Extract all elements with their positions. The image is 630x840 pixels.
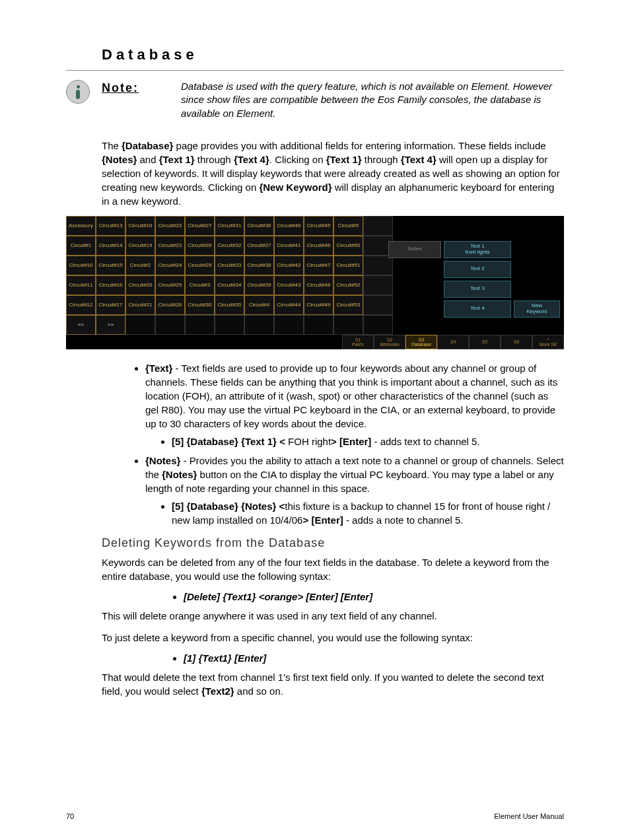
keyword-cell[interactable]: Circuit#46 — [304, 236, 333, 256]
section-title: Database — [102, 46, 564, 66]
keyword-cell[interactable]: Circuit#27 — [185, 216, 215, 236]
keyword-cell[interactable]: << — [66, 315, 96, 335]
database-screenshot: AccessoryCircuit#13Circuit#18Circuit#22C… — [66, 216, 564, 349]
keyword-cell[interactable]: Circuit#40 — [274, 216, 304, 236]
text1-button[interactable]: Text 1 front lights — [444, 241, 511, 258]
keyword-cell[interactable]: Circuit#38 — [244, 256, 274, 275]
softkey-tab[interactable]: S4 — [437, 335, 469, 349]
keyword-cell[interactable]: Circuit#37 — [244, 236, 274, 256]
softkey-tab[interactable]: S2Attributes — [374, 335, 405, 349]
empty-cell — [215, 315, 244, 335]
keyword-cell[interactable]: Circuit#10 — [66, 256, 96, 275]
text2-button[interactable]: Text 2 — [444, 261, 511, 278]
keyword-cell[interactable]: Circuit#18 — [125, 216, 155, 236]
empty-cell — [185, 315, 215, 335]
keyword-cell[interactable]: Circuit#43 — [274, 275, 304, 295]
keyword-cell[interactable]: Circuit#26 — [155, 295, 185, 315]
del-p2: This will delete orange anywhere it was … — [102, 609, 564, 623]
empty-cell — [274, 315, 304, 335]
keyword-cell[interactable]: Circuit#28 — [185, 236, 215, 256]
softkey-tab[interactable]: S3Database — [405, 335, 437, 349]
softkey-tab[interactable]: S5 — [469, 335, 501, 349]
softkey-tab[interactable]: S1Patch — [342, 335, 374, 349]
keyword-cell[interactable]: Circuit#12 — [66, 295, 96, 315]
keyword-cell[interactable]: Circuit#5 — [333, 216, 363, 236]
softkey-tab[interactable]: *More SK — [532, 335, 564, 349]
subheading-delete: Deleting Keywords from the Database — [102, 536, 564, 550]
empty-cell — [125, 315, 155, 335]
keyword-cell[interactable]: Circuit#22 — [155, 216, 185, 236]
keyword-cell[interactable]: Circuit#23 — [155, 236, 185, 256]
keyword-cell[interactable]: Circuit#17 — [96, 295, 125, 315]
syntax2: [1] {Text1} [Enter] — [184, 652, 564, 664]
note-label: Note: — [102, 80, 181, 95]
keyword-cell[interactable]: Circuit#48 — [304, 275, 333, 295]
keyword-cell[interactable]: Circuit#21 — [125, 295, 155, 315]
keyword-cell[interactable]: Circuit#41 — [274, 236, 304, 256]
keyword-cell[interactable]: Circuit#20 — [125, 275, 155, 295]
note-body: Database is used with the query feature,… — [181, 80, 564, 120]
footer-right: Element User Manual — [494, 812, 564, 820]
text3-button[interactable]: Text 3 — [444, 281, 511, 298]
syntax1: [Delete] {Text1} <orange> [Enter] [Enter… — [184, 591, 564, 602]
text1-sub: front lights — [466, 250, 490, 256]
keyword-cell[interactable]: >> — [96, 315, 125, 335]
keyword-cell[interactable]: Circuit#34 — [215, 275, 244, 295]
keyword-cell[interactable]: Circuit#50 — [333, 236, 363, 256]
keyword-cell[interactable]: Circuit#44 — [274, 295, 304, 315]
del-p4: That would delete the text from channel … — [102, 670, 564, 698]
keyword-cell[interactable]: Circuit#47 — [304, 256, 333, 275]
keyword-cell[interactable]: Circuit#24 — [155, 256, 185, 275]
keyword-cell[interactable]: Circuit#33 — [215, 256, 244, 275]
keyword-cell[interactable]: Circuit#35 — [215, 295, 244, 315]
keyword-cell[interactable]: Circuit#36 — [244, 216, 274, 236]
keyword-cell[interactable]: Circuit#39 — [244, 275, 274, 295]
keyword-cell[interactable]: Circuit#1 — [66, 236, 96, 256]
newkw-b: Keyword — [526, 309, 547, 315]
notes-button[interactable]: Notes — [388, 241, 441, 258]
keyword-cell[interactable]: Circuit#53 — [333, 295, 363, 315]
keyword-cell[interactable]: Circuit#11 — [66, 275, 96, 295]
keyword-cell[interactable]: Circuit#3 — [185, 275, 215, 295]
keyword-cell[interactable]: Circuit#52 — [333, 275, 363, 295]
del-p3: To just delete a keyword from a specific… — [102, 631, 564, 645]
keyword-cell[interactable]: Circuit#29 — [185, 256, 215, 275]
keyword-cell[interactable]: Accessory — [66, 216, 96, 236]
keyword-cell[interactable]: Circuit#30 — [185, 295, 215, 315]
info-icon — [66, 80, 90, 104]
empty-cell — [244, 315, 274, 335]
del-p1: Keywords can be deleted from any of the … — [102, 555, 564, 583]
empty-cell — [304, 315, 333, 335]
keyword-cell[interactable]: Circuit#31 — [215, 216, 244, 236]
keyword-cell[interactable]: Circuit#19 — [125, 236, 155, 256]
keyword-cell[interactable]: Circuit#25 — [155, 275, 185, 295]
bullet-text: {Text} - Text fields are used to provide… — [145, 361, 564, 448]
keyword-cell[interactable]: Circuit#45 — [304, 216, 333, 236]
bullet-notes-sub: [5] {Database} {Notes} <this fixture is … — [172, 499, 564, 527]
keyword-cell[interactable]: Circuit#2 — [125, 256, 155, 275]
keyword-cell[interactable]: Circuit#15 — [96, 256, 125, 275]
intro-paragraph: The {Database} page provides you with ad… — [102, 139, 564, 208]
new-keyword-button[interactable]: New Keyword — [514, 300, 560, 318]
empty-cell — [155, 315, 185, 335]
softkey-tab[interactable]: S6 — [501, 335, 532, 349]
keyword-cell[interactable]: Circuit#14 — [96, 236, 125, 256]
bullet-text-sub: [5] {Database} {Text 1} < FOH right> [En… — [172, 435, 564, 448]
keyword-cell[interactable]: Circuit#16 — [96, 275, 125, 295]
text4-button[interactable]: Text 4 — [444, 300, 511, 318]
page-number: 70 — [66, 812, 74, 820]
keyword-cell[interactable]: Circuit#13 — [96, 216, 125, 236]
keyword-cell[interactable]: Circuit#51 — [333, 256, 363, 275]
bullet-notes: {Notes} - Provides you the ability to at… — [145, 454, 564, 527]
keyword-cell[interactable]: Circuit#49 — [304, 295, 333, 315]
keyword-cell[interactable]: Circuit#4 — [244, 295, 274, 315]
keyword-cell[interactable]: Circuit#32 — [215, 236, 244, 256]
divider — [66, 70, 564, 71]
keyword-cell[interactable]: Circuit#42 — [274, 256, 304, 275]
empty-cell — [333, 315, 363, 335]
